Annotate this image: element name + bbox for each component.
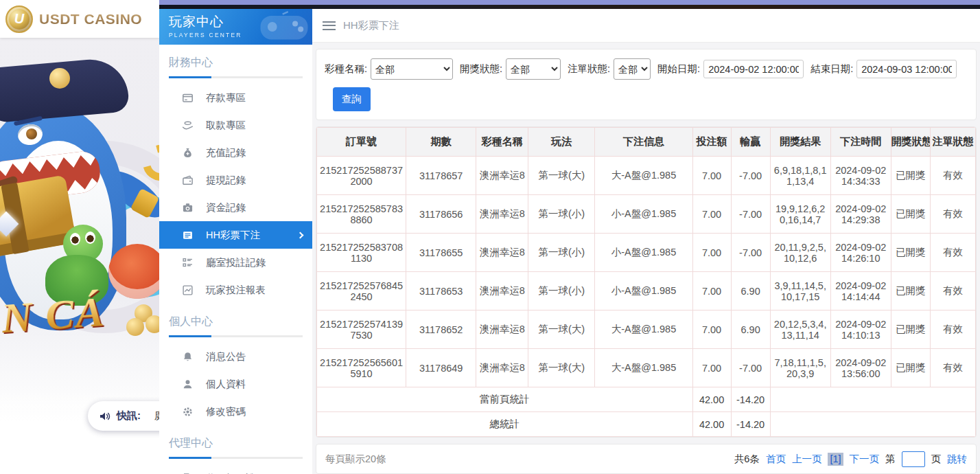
cell: 澳洲幸运8 <box>476 157 528 195</box>
cell: 澳洲幸运8 <box>476 349 528 387</box>
bets-table-panel: 訂單號期數彩種名稱玩法下注信息投注額輸贏開獎結果下注時間開獎狀態注單狀態2152… <box>316 126 977 438</box>
draw-status-select[interactable]: 全部 <box>506 58 561 80</box>
column-header: 開獎狀態 <box>891 128 930 157</box>
cell: 2024-09-02 14:14:44 <box>830 272 891 311</box>
cell: 第一球(大) <box>528 349 595 387</box>
brand-logo: U USDT CASINO <box>0 0 159 38</box>
clipboard-list-icon <box>182 256 194 269</box>
jump-button[interactable]: 跳转 <box>947 453 967 466</box>
cell: 小-A盤@1.985 <box>595 234 692 272</box>
app-root: U USDT CASINO <box>0 0 980 474</box>
column-header: 下注時間 <box>830 128 891 157</box>
cell: 已開獎 <box>891 349 930 387</box>
cell: 31178652 <box>406 311 476 349</box>
section-underline <box>169 457 303 459</box>
cell: 已開獎 <box>891 234 930 272</box>
sidebar-item-hh-lottery-bets[interactable]: HH彩票下注 <box>159 221 312 249</box>
report-chart-icon <box>182 284 194 296</box>
cell: 2024-09-02 14:34:33 <box>830 157 891 195</box>
sidebar-item-room-bet-record[interactable]: 廳室投註記錄 <box>159 249 312 276</box>
cell: 31178649 <box>406 349 476 387</box>
cell: 有效 <box>930 157 975 195</box>
search-button[interactable]: 查詢 <box>333 87 371 111</box>
cell: 31178653 <box>406 272 476 311</box>
summary-empty <box>770 412 975 437</box>
sidebar-item-funds-record[interactable]: 資金記錄 <box>159 194 312 221</box>
next-page-link[interactable]: 下一页 <box>850 453 880 466</box>
cell: 第一球(小) <box>528 272 595 311</box>
money-bag-icon <box>182 146 194 159</box>
cell: 2152172525741397530 <box>317 311 406 349</box>
cell: 2024-09-02 14:26:10 <box>830 234 891 272</box>
draw-status-label: 開獎狀態: <box>460 63 502 76</box>
sidebar-item-label: HH彩票下注 <box>206 229 260 242</box>
sidebar-item-label: 提現記錄 <box>206 174 246 187</box>
cell: 7.00 <box>692 272 731 311</box>
cell: 澳洲幸运8 <box>476 195 528 234</box>
hamburger-icon[interactable] <box>323 21 336 30</box>
end-date-label: 結束日期: <box>810 63 853 76</box>
start-date-input[interactable] <box>703 60 804 78</box>
ticket-icon <box>182 229 194 241</box>
promo-caption: N CÁ <box>0 287 106 343</box>
cell: 第一球(大) <box>528 311 595 349</box>
ticker-label: 快訊: <box>117 409 141 422</box>
sidebar-item-label: 資金記錄 <box>206 201 246 214</box>
sidebar-item-label: 存款專區 <box>206 91 246 104</box>
column-header: 輸贏 <box>731 128 770 157</box>
end-date-input[interactable] <box>856 60 957 78</box>
shark-pupil <box>26 128 37 139</box>
sidebar-item-withdraw-record[interactable]: 提現記錄 <box>159 166 312 194</box>
cell: 6,9,18,1,8,11,13,4 <box>770 157 830 195</box>
cell: 31178656 <box>406 195 476 234</box>
content: 彩種名稱: 全部 開獎狀態: 全部 注單狀態: 全部 開始日期: 結束日期: 查… <box>312 43 980 474</box>
cell: 小-A盤@1.985 <box>595 272 692 311</box>
section-underline <box>169 76 303 78</box>
table-row: 215217252574139753031178652澳洲幸运8第一球(大)大-… <box>317 311 976 349</box>
column-header: 期數 <box>406 128 476 157</box>
cell: 第一球(小) <box>528 234 595 272</box>
cell: 2024-09-02 14:10:13 <box>830 311 891 349</box>
sidebar-item-announcements[interactable]: 消息公告 <box>159 343 312 370</box>
bell-icon <box>182 350 194 363</box>
order-status-select[interactable]: 全部 <box>614 58 651 80</box>
sidebar-item-withdraw-zone[interactable]: 取款專區 <box>159 111 312 139</box>
pager: 共6条 首页 上一页 [1] 下一页 第 页 跳转 <box>734 451 967 467</box>
bets-table: 訂單號期數彩種名稱玩法下注信息投注額輸贏開獎結果下注時間開獎狀態注單狀態2152… <box>316 127 976 437</box>
hand-coin-icon <box>182 119 194 131</box>
card-icon <box>182 91 194 104</box>
gamepad-icon <box>259 11 310 45</box>
lottery-name-select[interactable]: 全部 <box>371 58 453 80</box>
jump-label-post: 页 <box>931 453 942 466</box>
column-header: 注單狀態 <box>930 128 975 157</box>
prev-page-link[interactable]: 上一页 <box>792 453 822 466</box>
first-page-link[interactable]: 首页 <box>766 453 786 466</box>
top-strip-purple <box>159 0 980 5</box>
sidebar-item-profile[interactable]: 個人資料 <box>159 370 312 398</box>
cell: 7.00 <box>692 311 731 349</box>
sidebar-item-agent-rules[interactable]: 代理規則說明 <box>159 464 312 474</box>
table-row: 215217252565601591031178649澳洲幸运8第一球(大)大-… <box>317 349 976 387</box>
sidebar: 玩家中心 PLAYERS CENTER 財務中心存款專區取款專區充值記錄提現記錄… <box>159 9 312 474</box>
topbar: HH彩票下注 <box>312 9 980 43</box>
red-fish <box>108 244 159 299</box>
sidebar-item-deposit-zone[interactable]: 存款專區 <box>159 84 312 111</box>
cell: 大-A盤@1.985 <box>595 349 692 387</box>
summary-row: 總統計42.00-14.20 <box>317 412 976 437</box>
sidebar-item-player-bet-report[interactable]: 玩家投注報表 <box>159 276 312 304</box>
column-header: 下注信息 <box>595 128 692 157</box>
summary-winloss-total: -14.20 <box>731 387 770 412</box>
cell: 7.00 <box>692 349 731 387</box>
cell: 2024-09-02 13:56:00 <box>830 349 891 387</box>
sidebar-item-label: 廳室投註記錄 <box>206 256 266 269</box>
current-page-indicator[interactable]: [1] <box>828 453 843 466</box>
sidebar-item-recharge-record[interactable]: 充值記錄 <box>159 139 312 166</box>
left-banner-panel: U USDT CASINO <box>0 0 159 474</box>
sidebar-item-label: 取款專區 <box>206 119 246 132</box>
cell: 大-A盤@1.985 <box>595 157 692 195</box>
cell: 澳洲幸运8 <box>476 272 528 311</box>
page-number-input[interactable] <box>902 451 925 467</box>
cell: 3,9,11,14,5,10,17,15 <box>770 272 830 311</box>
sidebar-item-change-password[interactable]: 修改密碼 <box>159 398 312 425</box>
sidebar-nav: 財務中心存款專區取款專區充值記錄提現記錄資金記錄HH彩票下注廳室投註記錄玩家投注… <box>159 56 312 474</box>
